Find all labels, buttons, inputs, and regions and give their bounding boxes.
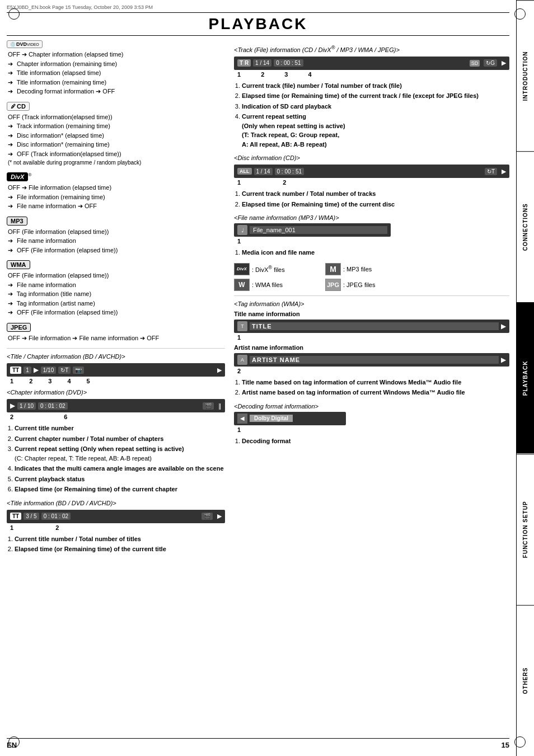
lang-label: EN [7,741,17,749]
divx-item-2: ➔ File name information ➔ OFF [7,201,225,211]
tr-num3: 3 [284,71,288,78]
tag-explain-1: Title name based on tag information of c… [242,378,509,387]
left-column: 💿 DVDVIDEO OFF ➔ Chapter information (el… [7,40,225,560]
chap-num2: 2 [10,414,13,420]
disc-explain-1: Current track number / Total number of t… [242,189,509,199]
artist-name-sub: Artist name information [234,344,509,351]
cd-section: 🖊 CD OFF (Track information(elapsed time… [7,102,225,167]
tr-num4: 4 [308,71,311,78]
title-num1: 1 [10,524,13,531]
fname-num1: 1 [237,238,241,245]
bd-avchd-heading: <Title / Chapter information (BD / AVCHD… [7,353,225,360]
title-bd-heading: <Title information (BD / DVD / AVCHD)> [7,500,225,506]
disc-num2: 2 [283,179,286,186]
disc-time: 0 : 00 : 51 [275,168,304,175]
title-tag-icon: T [237,321,247,331]
mp3-item-1: ➔ File name information [7,236,225,246]
bd-explain-4: Indicates that the multi camera angle im… [15,464,225,473]
dvd-badge: 💿 DVDVIDEO [7,40,43,48]
track-explain-2: Elapsed time (or Remaining time) of the … [242,91,509,101]
content-columns: 💿 DVDVIDEO OFF ➔ Chapter information (el… [7,40,509,560]
cd-item-3: ➔ Disc information* (remaining time) [7,140,225,149]
bd-num1: 1 [10,378,13,384]
wma-item-1: ➔ File name information [7,280,225,290]
track-time: 0 : 00 : 51 [274,59,303,67]
dvd-item-2: ➔ Title information (elapsed time) [7,68,225,78]
tr-badge: T R [237,59,251,67]
chap-track: 1 / 10 [17,402,36,410]
title-camera: 🎬 [202,513,213,520]
right-sidebar: INTRODUCTION CONNECTIONS PLAYBACK FUNCTI… [516,0,534,756]
tag-info-heading: <Tag information (WMA)> [234,300,509,307]
right-column: <Track (File) information (CD / DivX® / … [234,40,509,560]
bd-panel: TT 1 ▶ 1/10 ↻T 📷 ▶ [7,363,225,377]
track-arrow: ▶ [502,59,506,67]
bd-num5: 5 [87,378,90,384]
jpeg-icon-label: : JPEG files [343,281,375,288]
bd-explain-6: Elapsed time (or Remaining time) of the … [15,485,225,494]
chap-play: ▶ [10,402,15,410]
dvd-item-1: ➔ Chapter information (remaining time) [7,59,225,69]
bd-num: 1 [24,367,31,374]
divx-icon-item: DivX : DivX® files [234,263,322,275]
track-repeat: ↻G [484,59,497,67]
fname-panel: ♩ File_name_001 [234,223,391,237]
disc-track: 1 / 14 [254,168,273,175]
mp3-icon-item: M : MP3 files [325,263,413,275]
title-tag-arrow: ▶ [501,322,506,330]
divx-icon-label: : DivX® files [252,265,285,273]
sidebar-introduction[interactable]: INTRODUCTION [517,0,534,151]
chap-pause: ‖ [218,402,222,410]
track-file-section: <Track (File) information (CD / DivX® / … [234,45,509,149]
bd-explain-list: Current title number Current chapter num… [7,424,225,494]
divx-section: DivX® OFF ➔ File information (elapsed ti… [7,172,225,211]
decode-explain-list: Decoding format [234,436,509,446]
cd-note: (* not available during programme / rand… [7,158,225,167]
bd-num3: 3 [48,378,51,384]
decode-panel: ◀ Dolby Digital [234,412,346,425]
page-number: 15 [502,741,509,749]
artist-tag-text: ARTIST NAME [250,356,499,364]
divx-file-icon: DivX [234,263,250,275]
decoding-heading: <Decoding format information> [234,403,509,410]
track-panel: T R 1 / 14 0 : 00 : 51 SD ↻G ▶ [234,57,509,70]
title-bd-section: <Title information (BD / DVD / AVCHD)> T… [7,500,225,554]
disc-explain-2: Elapsed time (or Remaining time) of the … [242,200,509,209]
disc-num1: 1 [237,179,241,186]
tr-num1: 1 [237,71,241,78]
disc-repeat: ↻T [485,168,497,175]
sidebar-others[interactable]: OTHERS [517,605,534,756]
dvd-item-3: ➔ Title information (remaining time) [7,78,225,87]
cd-badge: 🖊 CD [7,102,30,111]
decoding-section: <Decoding format information> ◀ Dolby Di… [234,403,509,446]
fname-explain-list: Media icon and file name [234,248,509,257]
track-explain-list: Current track (file) number / Total numb… [234,81,509,149]
bd-repeat: ↻T [58,367,71,374]
filename-section: <File name information (MP3 / WMA)> ♩ Fi… [234,214,509,257]
title-tag-text: TITLE [250,322,499,330]
sidebar-connections[interactable]: CONNECTIONS [517,151,534,302]
cd-item-4: ➔ OFF (Track information(elapsed time)) [7,149,225,159]
wma-item-4: ➔ OFF (File information (elapsed time)) [7,308,225,317]
tag-info-section: <Tag information (WMA)> Title name infor… [234,300,509,397]
wma-icon-label: : WMA files [252,281,283,288]
sidebar-function-setup[interactable]: FUNCTION SETUP [517,454,534,605]
main-content: E5XJ0BD_EN.book Page 15 Tuesday, October… [0,0,516,566]
bd-camera: 📷 [73,367,84,374]
cd-item-1: ➔ Track information (remaining time) [7,121,225,131]
title-panel: TT 3 / 5 0 : 01 : 02 🎬 ▶ [7,510,225,523]
chap-camera: 🎬 [203,402,214,410]
decode-text: Dolby Digital [250,415,293,422]
tr-num2: 2 [261,71,264,78]
filename-heading: <File name information (MP3 / WMA)> [234,214,509,221]
mp3-item-2: ➔ OFF (File information (elapsed time)) [7,246,225,255]
play-icon: ▶ [34,366,39,374]
disc-info-section: <Disc information (CD)> ALL 1 / 14 0 : 0… [234,154,509,209]
bd-num2: 2 [29,378,32,384]
disc-info-heading: <Disc information (CD)> [234,154,509,161]
wma-item-3: ➔ Tag information (artist name) [7,299,225,308]
track-explain-3: Indication of SD card playback [242,102,509,111]
wma-file-icon: W [234,279,250,291]
disc-explain-list: Current track number / Total number of t… [234,189,509,209]
sidebar-playback[interactable]: PLAYBACK [517,302,534,453]
